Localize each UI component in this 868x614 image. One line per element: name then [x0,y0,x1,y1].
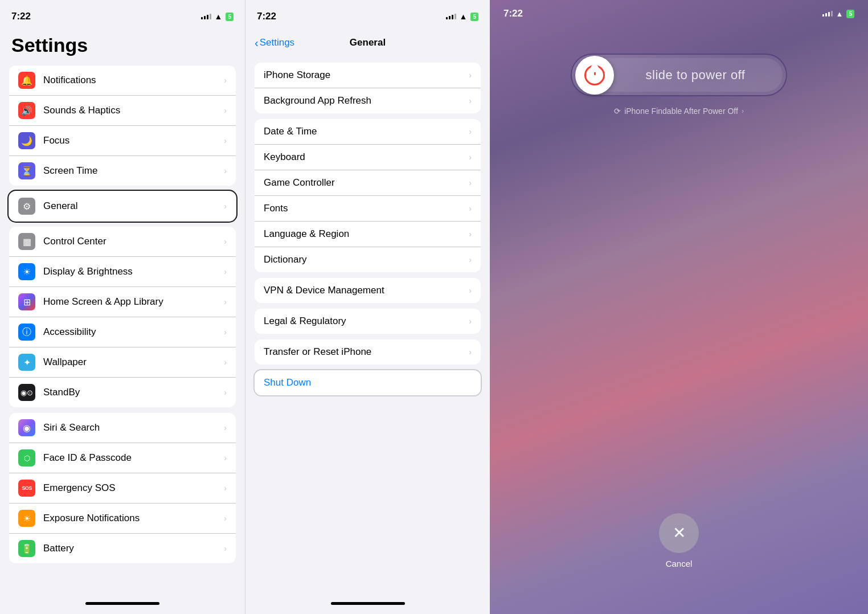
exposure-chevron: › [224,514,227,523]
power-cutout [591,64,599,72]
fonts-label: Fonts [264,203,469,214]
vpn-chevron: › [469,286,472,295]
status-bar-3: 7:22 ▲ 5 [490,0,868,19]
screentime-chevron: › [224,166,227,175]
status-icons-1: ▲ 5 [201,12,234,21]
signal-bar-1 [201,17,203,19]
poweroff-panel: 7:22 ▲ 5 slide to power off ⟳ iPhone Fin [490,0,868,614]
faceid-chevron: › [224,453,227,462]
iphone-storage-label: iPhone Storage [264,69,469,81]
notifications-chevron: › [224,76,227,85]
wallpaper-label: Wallpaper [43,357,224,368]
settings-item-accessibility[interactable]: ⓘ Accessibility › [9,317,236,347]
general-item-game-controller[interactable]: Game Controller › [255,170,481,196]
battery-label: Battery [43,543,224,554]
general-item-date-time[interactable]: Date & Time › [255,119,481,145]
cancel-button[interactable]: ✕ [659,513,699,553]
settings-item-controlcenter[interactable]: ▦ Control Center › [9,227,236,257]
sounds-chevron: › [224,106,227,115]
faceid-icon: ⬡ [18,449,35,466]
cancel-label: Cancel [666,559,693,568]
general-item-iphone-storage[interactable]: iPhone Storage › [255,63,481,88]
general-item-fonts[interactable]: Fonts › [255,196,481,222]
settings-item-screentime[interactable]: ⏳ Screen Time › [9,156,236,186]
settings-item-battery[interactable]: 🔋 Battery › [9,534,236,563]
status-icons-3: ▲ 5 [822,8,854,19]
settings-item-notifications[interactable]: 🔔 Notifications › [9,66,236,96]
settings-item-siri[interactable]: ◉ Siri & Search › [9,413,236,443]
battery-status-2: 5 [470,13,478,21]
focus-chevron: › [224,136,227,145]
dictionary-label: Dictionary [264,254,469,265]
keyboard-label: Keyboard [264,152,469,163]
settings-item-general[interactable]: ⚙ General › [9,191,236,221]
homescreen-chevron: › [224,297,227,306]
settings-item-homescreen[interactable]: ⊞ Home Screen & App Library › [9,287,236,317]
settings-item-wallpaper[interactable]: ✦ Wallpaper › [9,347,236,378]
general-list: iPhone Storage › Background App Refresh … [245,57,490,597]
general-nav-title: General [350,37,386,48]
back-chevron-icon: ‹ [255,36,259,50]
fonts-chevron: › [469,204,472,213]
nav-bar: ‹ Settings General [245,28,490,57]
game-controller-label: Game Controller [264,177,469,189]
accessibility-chevron: › [224,328,227,337]
standby-chevron: › [224,388,227,397]
settings-item-focus[interactable]: 🌙 Focus › [9,126,236,156]
siri-icon: ◉ [18,419,35,436]
general-icon: ⚙ [18,198,35,215]
background-app-label: Background App Refresh [264,95,469,107]
wifi-icon: ▲ [215,12,223,21]
transfer-chevron: › [469,347,472,357]
sounds-icon: 🔊 [18,102,35,119]
general-item-background-app[interactable]: Background App Refresh › [255,88,481,113]
settings-item-standby[interactable]: ◉⊙ StandBy › [9,378,236,407]
findable-container[interactable]: ⟳ iPhone Findable After Power Off › [614,107,744,116]
general-item-keyboard[interactable]: Keyboard › [255,145,481,170]
cancel-x-icon: ✕ [673,525,686,541]
poweroff-wifi-icon: ▲ [836,10,844,18]
settings-item-sos[interactable]: SOS Emergency SOS › [9,473,236,504]
settings-item-exposure[interactable]: ☀ Exposure Notifications › [9,504,236,534]
general-item-shutdown[interactable]: Shut Down [255,370,481,395]
siri-label: Siri & Search [43,422,224,433]
standby-label: StandBy [43,387,224,398]
general-panel: 7:22 ▲ 5 ‹ Settings General iPhone Stora… [245,0,490,614]
power-slider-container[interactable]: slide to power off [571,54,787,96]
general-group-4: Legal & Regulatory › [255,309,481,334]
general-item-legal[interactable]: Legal & Regulatory › [255,309,481,334]
time-2: 7:22 [257,11,276,22]
home-indicator-2 [331,602,405,605]
legal-chevron: › [469,317,472,326]
settings-item-sounds[interactable]: 🔊 Sounds & Haptics › [9,96,236,126]
wallpaper-icon: ✦ [18,354,35,371]
accessibility-label: Accessibility [43,326,224,338]
general-group-1: iPhone Storage › Background App Refresh … [255,63,481,113]
settings-item-faceid[interactable]: ⬡ Face ID & Passcode › [9,443,236,473]
notifications-icon: 🔔 [18,72,35,89]
date-time-label: Date & Time [264,126,469,137]
signal-bar-4 [210,14,211,19]
general-item-vpn[interactable]: VPN & Device Management › [255,278,481,303]
poweroff-battery: 5 [846,10,854,18]
settings-panel: 7:22 ▲ 5 Settings 🔔 Notifications › 🔊 So… [0,0,245,614]
power-handle[interactable] [575,56,614,95]
notifications-label: Notifications [43,75,224,86]
power-slider[interactable]: slide to power off [571,54,787,96]
time-3: 7:22 [503,8,523,19]
sounds-label: Sounds & Haptics [43,105,224,116]
controlcenter-icon: ▦ [18,233,35,250]
back-label: Settings [260,37,294,48]
airtag-icon: ⟳ [614,107,621,116]
power-symbol-icon [584,65,605,85]
iphone-storage-chevron: › [469,71,472,80]
general-item-transfer[interactable]: Transfer or Reset iPhone › [255,339,481,365]
status-bar-1: 7:22 ▲ 5 [0,0,245,28]
faceid-label: Face ID & Passcode [43,452,224,464]
status-icons-2: ▲ 5 [446,12,478,21]
general-item-dictionary[interactable]: Dictionary › [255,247,481,272]
settings-item-display[interactable]: ☀ Display & Brightness › [9,257,236,287]
back-button[interactable]: ‹ Settings [255,36,294,50]
slider-label: slide to power off [614,68,783,83]
general-item-language[interactable]: Language & Region › [255,222,481,247]
